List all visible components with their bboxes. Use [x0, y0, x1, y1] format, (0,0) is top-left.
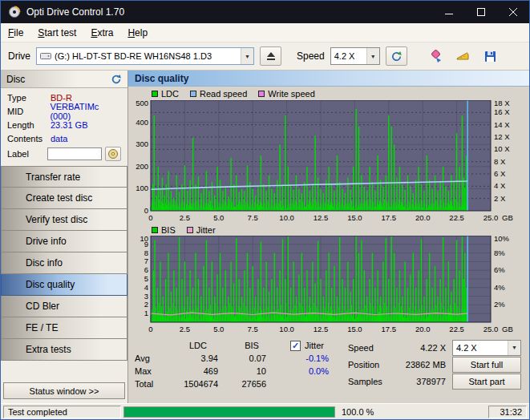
svg-text:8: 8: [144, 248, 148, 257]
eject-icon: [266, 52, 276, 61]
save-icon: [484, 50, 496, 63]
start-part-button[interactable]: Start part: [452, 374, 521, 390]
svg-text:20.0: 20.0: [415, 213, 431, 222]
jitter-column-header: ✓ Jitter: [276, 341, 338, 351]
drive-select[interactable]: (G:) HL-DT-ST BD-RE WH16NS48 1.D3 ▼: [36, 47, 254, 65]
samples-row-label: Samples: [348, 377, 388, 386]
label-edit-button[interactable]: [105, 147, 121, 161]
sidebar-item-disc-quality[interactable]: Disc quality: [1, 274, 127, 296]
eject-button[interactable]: [260, 46, 281, 66]
disc-info: Type BD-R MID VERBATIMc (000) Length 23.…: [1, 88, 127, 166]
menu-start-test[interactable]: Start test: [30, 24, 83, 42]
speed-select-value: 4.2 X: [331, 51, 366, 61]
save-button[interactable]: [479, 46, 501, 66]
disc-length-value: 23.31 GB: [51, 120, 87, 130]
svg-text:10.0: 10.0: [279, 213, 294, 222]
legend-label: Write speed: [268, 89, 315, 99]
disc-mid-label: MID: [7, 107, 50, 116]
legend-label: Read speed: [200, 89, 247, 99]
svg-text:17.5: 17.5: [382, 325, 397, 333]
disc-quality-panel: Disc quality LDCRead speedWrite speed 01…: [128, 71, 529, 403]
close-button[interactable]: [497, 1, 529, 23]
disc-contents-link[interactable]: data: [51, 134, 67, 143]
disc-length-label: Length: [7, 120, 51, 130]
app-icon: [8, 6, 21, 18]
jitter-checkbox[interactable]: ✓: [290, 341, 301, 351]
total-ldc: 1504674: [168, 379, 228, 389]
minimize-button[interactable]: [433, 1, 465, 23]
refresh-icon: [390, 50, 403, 63]
svg-text:14 X: 14 X: [494, 120, 510, 129]
legend-label: BIS: [161, 225, 176, 235]
svg-text:8%: 8%: [494, 248, 505, 257]
sidebar-item-create-test-disc[interactable]: Create test disc: [1, 188, 127, 209]
menu-file[interactable]: File: [1, 24, 30, 42]
label-input[interactable]: [47, 147, 102, 160]
position-row-label: Position: [348, 360, 388, 370]
svg-text:22.5: 22.5: [449, 325, 464, 333]
svg-text:15.0: 15.0: [347, 213, 362, 222]
status-text: Test completed: [3, 406, 121, 418]
sidebar-item-drive-info[interactable]: Drive info: [1, 231, 127, 252]
drive-icon: [37, 51, 51, 61]
legend-bis: BIS: [152, 225, 176, 235]
svg-text:0: 0: [148, 213, 152, 222]
svg-text:18 X: 18 X: [494, 100, 510, 107]
menu-help[interactable]: Help: [120, 24, 155, 42]
svg-text:12.5: 12.5: [314, 213, 329, 222]
sidebar-item-verify-test-disc[interactable]: Verify test disc: [1, 209, 127, 231]
svg-text:7.5: 7.5: [248, 213, 258, 222]
avg-ldc: 3.94: [168, 353, 228, 363]
svg-text:2 X: 2 X: [494, 194, 506, 203]
disc-contents-row: Contents data: [1, 131, 127, 145]
sidebar-item-cd-bler[interactable]: CD Bler: [1, 296, 127, 317]
svg-text:500: 500: [136, 100, 148, 107]
window-title: Opti Drive Control 1.70: [26, 6, 433, 18]
sidebar: Disc Type BD-R MID VERBATIMc (000) Lengt…: [1, 71, 128, 403]
erase-disc-button[interactable]: [425, 46, 447, 66]
disc-refresh-button[interactable]: [111, 74, 122, 85]
check-icon: ✓: [292, 341, 299, 350]
scan-speed-select[interactable]: 4.2 X ▼: [452, 340, 521, 356]
progress-fill: [124, 407, 334, 417]
status-window-button[interactable]: Status window >>: [3, 382, 125, 399]
titlebar[interactable]: Opti Drive Control 1.70: [1, 1, 529, 23]
svg-text:1: 1: [144, 309, 148, 317]
refresh-icon: [111, 74, 122, 85]
disc-type-label: Type: [7, 93, 51, 103]
sidebar-item-fe-te[interactable]: FE / TE: [1, 317, 127, 339]
close-icon: [509, 8, 517, 16]
disc-label-row: Label: [1, 145, 127, 163]
menu-extra[interactable]: Extra: [83, 24, 120, 42]
panel-title: Disc quality: [128, 71, 529, 87]
elapsed-time: 31:32: [488, 406, 527, 418]
refresh-speeds-button[interactable]: [386, 46, 407, 66]
svg-text:12.5: 12.5: [314, 325, 329, 333]
minimize-icon: [445, 8, 453, 16]
chevron-down-icon: ▼: [508, 341, 520, 355]
sidebar-item-extra-tests[interactable]: Extra tests: [1, 339, 127, 361]
options-button[interactable]: [452, 46, 474, 66]
app-window: Opti Drive Control 1.70 File Start test …: [0, 0, 530, 420]
progress-bar: [123, 406, 335, 418]
svg-text:6%: 6%: [494, 265, 505, 274]
svg-text:2: 2: [144, 300, 148, 309]
avg-jitter: -0.1%: [276, 353, 338, 363]
max-jitter: 0.0%: [276, 366, 338, 376]
erase-disc-icon: [429, 50, 442, 63]
svg-text:25.0: 25.0: [483, 213, 499, 222]
start-full-button[interactable]: Start full: [452, 357, 521, 373]
sidebar-item-disc-info[interactable]: Disc info: [1, 252, 127, 274]
legend-jitter: Jitter: [187, 225, 216, 235]
maximize-button[interactable]: [465, 1, 497, 23]
toolbar: Drive (G:) HL-DT-ST BD-RE WH16NS48 1.D3 …: [1, 42, 529, 71]
speed-select[interactable]: 4.2 X ▼: [330, 47, 380, 65]
svg-text:0: 0: [144, 206, 148, 215]
svg-text:4 X: 4 X: [494, 181, 506, 190]
svg-text:400: 400: [136, 118, 148, 127]
sidebar-item-transfer-rate[interactable]: Transfer rate: [1, 166, 127, 188]
disc-mid-row: MID VERBATIMc (000): [1, 104, 127, 118]
chevron-down-icon: ▼: [366, 48, 379, 64]
svg-text:4: 4: [144, 283, 148, 292]
legend-read-speed: Read speed: [190, 89, 247, 99]
